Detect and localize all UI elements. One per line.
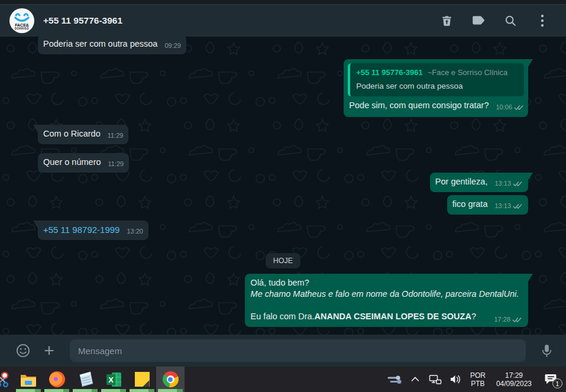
message-line-2: Me chamo Matheus e falo em nome da Odont… [251,289,522,300]
avatar-text-1: FACE& [15,23,29,27]
emoji-icon[interactable] [13,339,33,362]
search-icon[interactable] [499,9,522,33]
menu-kebab-icon[interactable] [531,9,554,33]
system-tray: POR PTB 17:29 04/09/2023 1 [386,367,566,392]
tray-time: 17:29 [496,371,532,380]
message-time: 10:06 [496,102,512,113]
window-top-strip [0,0,566,5]
message-time: 13:20 [127,226,143,237]
taskbar-firefox-icon[interactable] [43,367,71,392]
message-list: Poderia ser com outra pessoa 09:29 +55 1… [0,37,566,335]
avatar-text-2: SORRISO [15,27,29,31]
message-bubble-incoming[interactable]: Quer o número 11:29 [38,153,129,173]
tray-hidden-icons-chevron[interactable] [406,367,424,392]
taskbar-notepad-icon[interactable] [71,367,99,392]
notification-badge: 1 [552,378,562,388]
double-check-icon [513,180,523,187]
date-divider-row: HOJE [38,253,528,268]
message-time: 13:13 [494,178,511,189]
message-line-4: Eu falo com Dra.ANANDA CSEIMAN LOPES DE … [251,311,522,322]
taskbar-excel-icon[interactable]: X [99,367,128,392]
trash-icon[interactable] [435,9,458,33]
message-text: fico grata [452,199,488,210]
message-row: Por gentileza, 13:13 [38,173,528,192]
message-row: Com o Ricardo 11:29 [38,125,528,144]
taskbar-sticky-notes-icon[interactable] [128,367,156,392]
contact-name[interactable]: +55 11 95776-3961 [43,15,435,26]
tray-wind-app-icon[interactable] [386,367,404,392]
message-line-spacer [251,300,522,311]
message-time: 17:28 [494,314,510,325]
message-bubble-outgoing[interactable]: Olá, tudo bem? Me chamo Matheus e falo e… [245,274,528,327]
message-text: Pode sim, com quem consigo tratar? [349,100,489,111]
label-icon[interactable] [467,9,490,33]
taskbar-apps: X [0,367,185,392]
taskbar-chrome-icon[interactable] [156,367,185,392]
message-text: Com o Ricardo [43,128,101,140]
message-row: fico grata 13:13 [38,195,528,215]
double-check-icon [512,316,522,323]
svg-text:X: X [108,375,114,384]
message-time: 11:29 [108,158,124,170]
phone-number-link[interactable]: +55 11 98792-1999 [43,224,119,235]
message-bubble-incoming[interactable]: Poderia ser com outra pessoa 09:29 [38,37,186,54]
message-bubble-outgoing[interactable]: +55 11 95776-3961 ~Face e Sorriso Clínic… [344,59,528,117]
double-check-icon [513,203,523,209]
tray-volume-icon[interactable] [447,367,464,392]
message-bubble-incoming[interactable]: +55 11 98792-1999 13:20 [38,221,148,240]
tray-language-indicator[interactable]: POR PTB [467,371,489,388]
message-bubble-outgoing[interactable]: Por gentileza, 13:13 [430,173,528,192]
message-text: Poderia ser com outra pessoa [43,38,157,50]
quote-text: Poderia ser com outra pessoa [356,80,517,92]
tray-date: 04/09/2023 [496,380,532,388]
message-text: Por gentileza, [435,176,488,187]
message-row: +55 11 98792-1999 13:20 [38,221,528,240]
message-time: 13:13 [494,200,511,212]
whatsapp-window: FACE& SORRISO +55 11 95776-3961 [0,0,566,392]
quoted-message[interactable]: +55 11 95776-3961 ~Face e Sorriso Clínic… [348,63,524,96]
message-text: Quer o número [43,157,101,168]
quote-sender-name: ~Face e Sorriso Clínica [428,67,507,78]
message-row: Quer o número 11:29 [38,153,528,173]
action-center-icon[interactable]: 1 [539,367,564,392]
attach-plus-icon[interactable]: + [39,339,59,362]
message-row: Olá, tudo bem? Me chamo Matheus e falo e… [38,274,528,327]
taskbar-file-explorer-icon[interactable] [14,367,43,392]
date-divider: HOJE [266,253,300,268]
message-composer: + [0,335,566,367]
chat-header: FACE& SORRISO +55 11 95776-3961 [0,5,566,37]
tray-clock[interactable]: 17:29 04/09/2023 [491,371,536,388]
message-row: +55 11 95776-3961 ~Face e Sorriso Clínic… [38,59,528,117]
double-check-icon [514,104,524,111]
contact-avatar[interactable]: FACE& SORRISO [9,8,34,33]
header-actions [435,9,554,33]
taskbar-snipping-tool-icon[interactable] [0,367,14,392]
microphone-icon[interactable] [536,339,557,362]
message-bubble-incoming[interactable]: Com o Ricardo 11:29 [38,125,128,144]
message-time: 09:29 [164,40,181,51]
message-input[interactable] [70,339,526,362]
chat-area[interactable]: Poderia ser com outra pessoa 09:29 +55 1… [0,37,566,335]
quote-sender-number: +55 11 95776-3961 [356,67,422,78]
message-line-1: Olá, tudo bem? [251,277,522,289]
message-bubble-outgoing[interactable]: fico grata 13:13 [447,195,528,215]
message-row: Poderia ser com outra pessoa 09:29 [38,37,528,54]
windows-taskbar: X [0,367,566,392]
message-time: 11:29 [108,130,124,141]
tray-network-icon[interactable] [426,367,444,392]
